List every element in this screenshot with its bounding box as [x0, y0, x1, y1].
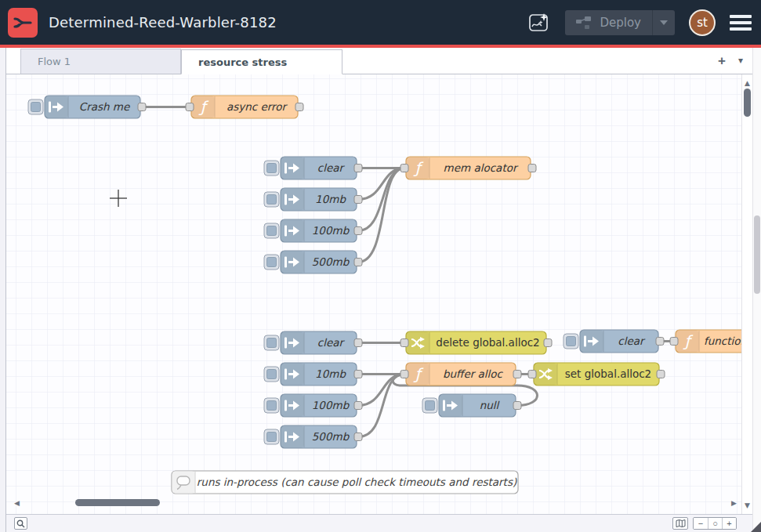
app-logo-icon[interactable]: [8, 8, 38, 38]
input-port[interactable]: [400, 371, 408, 378]
zoom-out-button[interactable]: −: [694, 518, 708, 529]
page-scrollbar[interactable]: [752, 48, 761, 532]
ai-assistant-icon[interactable]: [527, 11, 551, 34]
output-port[interactable]: [354, 196, 362, 204]
node-crash-me[interactable]: Crash me: [28, 96, 146, 118]
output-port[interactable]: [354, 227, 362, 235]
deploy-icon: [576, 16, 592, 29]
output-port[interactable]: [295, 103, 303, 111]
output-port[interactable]: [656, 338, 664, 346]
page-scrollbar-thumb[interactable]: [754, 215, 760, 294]
node-buffer-alloc[interactable]: ƒbuffer alloc: [400, 363, 521, 385]
user-avatar[interactable]: st: [689, 9, 716, 36]
scroll-right-icon[interactable]: ▶: [731, 499, 737, 507]
zoom-controls: − ○ +: [693, 517, 737, 530]
output-port[interactable]: [544, 339, 552, 347]
node-set-global-alloc2[interactable]: set global.alloc2: [528, 363, 665, 385]
flow-list-chevron-icon[interactable]: ▾: [738, 56, 743, 65]
output-port[interactable]: [354, 371, 362, 378]
input-port[interactable]: [670, 338, 678, 346]
node-label: Crash me: [79, 100, 131, 113]
zoom-reset-button[interactable]: ○: [708, 518, 722, 529]
input-port[interactable]: [528, 371, 536, 378]
node-label: 10mb: [315, 193, 346, 205]
search-icon: [16, 519, 25, 528]
navigator-button[interactable]: [672, 517, 688, 530]
search-button[interactable]: [14, 517, 27, 530]
output-port[interactable]: [354, 259, 362, 266]
palette-strip: [0, 48, 6, 532]
horizontal-scrollbar[interactable]: ◀ ▶: [9, 498, 738, 508]
output-port[interactable]: [528, 165, 536, 172]
node-label: clear: [317, 336, 346, 349]
vertical-scrollbar-thumb[interactable]: [744, 89, 751, 117]
output-port[interactable]: [354, 165, 362, 172]
node-label: 500mb: [312, 255, 350, 268]
canvas-grid[interactable]: [6, 74, 741, 514]
main-menu-button[interactable]: [730, 15, 752, 31]
node-async-error[interactable]: ƒasync error: [186, 96, 303, 118]
node-delete-global-alloc2[interactable]: delete global.alloc2: [400, 331, 552, 354]
vertical-scrollbar[interactable]: ▲ ▼: [741, 74, 752, 514]
page-title: Determined-Reed-Warbler-8182: [49, 14, 277, 31]
node-label: buffer alloc: [443, 367, 504, 380]
add-flow-button[interactable]: +: [718, 54, 726, 67]
node-label: clear: [317, 161, 346, 174]
input-port[interactable]: [186, 103, 194, 111]
deploy-options-button[interactable]: [653, 10, 675, 35]
output-port[interactable]: [354, 402, 362, 410]
node-comment[interactable]: runs in-process (can cause poll check ti…: [172, 471, 518, 494]
flow-tabbar: Flow 1 resource stress + ▾: [6, 48, 752, 74]
node-label: 500mb: [312, 430, 350, 443]
node-label: runs in-process (can cause poll check ti…: [197, 476, 517, 488]
scroll-left-icon[interactable]: ◀: [14, 499, 20, 507]
editor-footer: − ○ +: [6, 514, 752, 532]
output-port[interactable]: [354, 339, 362, 347]
node-function-clipped[interactable]: ƒfunction: [670, 330, 741, 353]
tab-resource-stress[interactable]: resource stress: [181, 49, 342, 74]
node-label: function: [704, 335, 741, 347]
input-port[interactable]: [400, 339, 408, 347]
scroll-up-icon[interactable]: ▲: [742, 79, 752, 87]
zoom-in-button[interactable]: +: [722, 518, 736, 529]
chevron-down-icon: [660, 20, 668, 25]
output-port[interactable]: [354, 433, 362, 441]
input-port[interactable]: [400, 165, 408, 172]
node-label: 10mb: [315, 367, 346, 380]
hamburger-icon: [730, 15, 752, 18]
scroll-down-icon[interactable]: ▼: [742, 501, 752, 509]
node-label: 100mb: [312, 224, 350, 237]
output-port[interactable]: [513, 371, 521, 378]
header: Determined-Reed-Warbler-8182: [0, 0, 761, 45]
node-label: delete global.alloc2: [436, 336, 539, 349]
node-label: async error: [226, 100, 288, 113]
node-red-editor: Determined-Reed-Warbler-8182: [0, 0, 761, 532]
node-label: set global.alloc2: [565, 367, 651, 380]
node-label: mem alocator: [444, 161, 519, 174]
node-label: null: [480, 399, 501, 411]
map-icon: [676, 519, 686, 527]
node-label: 100mb: [312, 399, 350, 411]
output-port[interactable]: [657, 371, 665, 378]
deploy-label: Deploy: [600, 16, 641, 30]
deploy-button[interactable]: Deploy: [565, 10, 675, 35]
flow-canvas[interactable]: Crash meƒasync errorclear10mb100mb500mbƒ…: [6, 74, 741, 514]
output-port[interactable]: [513, 402, 521, 410]
resize-handle[interactable]: [751, 522, 761, 532]
horizontal-scrollbar-thumb[interactable]: [75, 499, 160, 506]
node-label: clear: [618, 335, 646, 347]
output-port[interactable]: [138, 103, 146, 111]
node-mem-alocator[interactable]: ƒmem alocator: [400, 157, 536, 179]
tab-flow-1[interactable]: Flow 1: [20, 49, 181, 74]
